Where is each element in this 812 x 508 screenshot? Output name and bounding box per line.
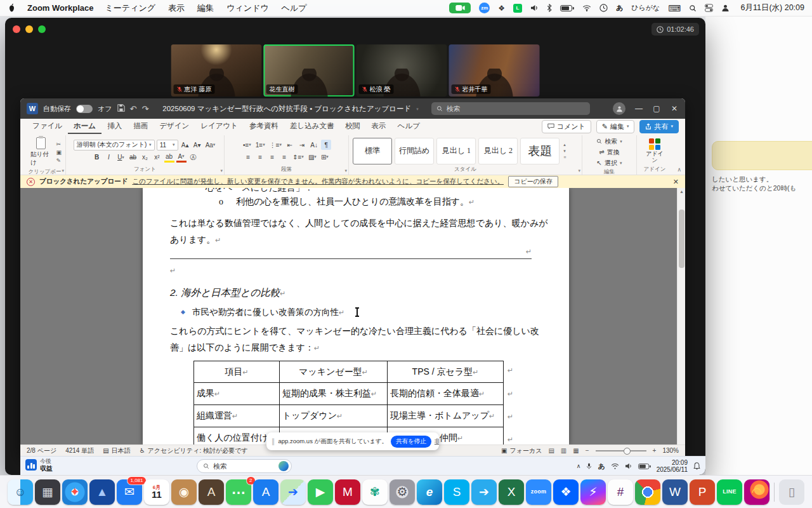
dock-dropbox[interactable]: ❖ — [553, 479, 579, 505]
ribbon-tab[interactable]: 挿入 — [102, 119, 128, 134]
dock-maps[interactable]: ➔ — [280, 479, 306, 505]
ime-indicator[interactable]: あ — [598, 462, 605, 471]
menu-item[interactable]: 表示 — [168, 3, 185, 14]
strikethrough-button[interactable]: ab — [128, 152, 138, 163]
font-name-select[interactable]: 游明朝 (本文のフォント)▾ — [74, 140, 155, 150]
active-app-name[interactable]: Zoom Workplace — [27, 3, 94, 13]
title-chevron-icon[interactable]: ▾ — [416, 107, 419, 111]
ribbon-tab[interactable]: 参考資料 — [244, 119, 284, 134]
italic-button[interactable]: I — [104, 152, 114, 163]
borders-button[interactable]: ⊞▾ — [320, 152, 330, 162]
ribbon-tab[interactable]: ファイル — [27, 119, 68, 134]
style-gallery-item[interactable]: 表題 — [520, 138, 560, 164]
dialog-launcher-icon[interactable]: ▾ — [220, 168, 223, 173]
bullets-button[interactable]: •≡▾ — [242, 140, 252, 150]
keyboard-icon[interactable]: ⌨ — [668, 4, 681, 13]
participant-video[interactable]: 恵洋 藤原 — [171, 44, 262, 97]
clear-format-button[interactable]: Ⓐ — [188, 152, 199, 163]
dock-finder[interactable]: ☺ — [8, 479, 33, 505]
table-cell[interactable]: トップダウン↵ — [280, 405, 388, 427]
bluetooth-icon[interactable] — [547, 4, 552, 12]
change-case-button[interactable]: Aa▾ — [204, 140, 217, 150]
multilevel-list-button[interactable]: ⋮≡▾ — [268, 140, 283, 150]
dock-mcafee[interactable]: M — [335, 479, 360, 505]
ribbon-tab[interactable]: 校閲 — [340, 119, 366, 134]
redo-icon[interactable]: ↷ — [141, 105, 148, 113]
ribbon-tab[interactable]: 差し込み文書 — [284, 119, 340, 134]
ime-input-icon[interactable]: あ — [616, 3, 623, 13]
scrollbar-thumb[interactable] — [679, 210, 684, 268]
find-button[interactable]: 検索▾ — [596, 137, 622, 146]
dock-safari[interactable]: ✦ — [62, 479, 88, 505]
sort-button[interactable]: A↓ — [309, 140, 319, 150]
dock-app-store[interactable]: A — [253, 479, 278, 505]
accessibility-status[interactable]: ♿ アクセシビリティ: 検討が必要です — [140, 446, 248, 455]
scroll-up-icon[interactable]: ▲ — [678, 189, 685, 194]
format-painter-icon[interactable]: ✎ — [56, 157, 62, 164]
dock-telegram[interactable]: ➔ — [471, 479, 497, 505]
page-indicator[interactable]: 2/8 ページ — [27, 446, 56, 455]
dialog-launcher-icon[interactable]: ▾ — [578, 168, 580, 173]
line-spacing-button[interactable]: ⇕≡▾ — [291, 152, 305, 162]
drag-handle-icon[interactable]: ∥ — [272, 438, 275, 446]
autosave-toggle[interactable] — [76, 105, 93, 113]
table-cell[interactable]: 成果↵ — [194, 383, 280, 405]
increase-indent-button[interactable]: ⇥ — [297, 140, 307, 150]
table-header-cell[interactable]: マッキンゼー型↵ — [280, 361, 388, 383]
clock-icon[interactable] — [599, 4, 608, 12]
volume-icon[interactable] — [625, 463, 632, 469]
dock-word[interactable]: W — [662, 479, 688, 505]
dock-preview[interactable]: ▲ — [89, 479, 115, 505]
style-gallery-item[interactable]: 見出し 1 — [436, 138, 476, 164]
word-search-box[interactable]: 検索 — [431, 102, 590, 115]
style-gallery-item[interactable]: 見出し 2 — [478, 138, 518, 164]
zoom-out-icon[interactable]: − — [586, 447, 589, 454]
decrease-indent-button[interactable]: ⇤ — [285, 140, 295, 150]
dropbox-icon[interactable]: ❖ — [498, 4, 505, 12]
dock-trash[interactable]: ▯ — [779, 479, 804, 505]
dock-mail[interactable]: ✉ 1,081 — [117, 479, 142, 505]
hide-notification-link[interactable]: 非表示 — [435, 438, 439, 446]
cut-icon[interactable]: ✂ — [56, 141, 62, 147]
dock-line[interactable]: LINE — [717, 479, 742, 505]
participant-video[interactable]: 岩井千華 — [449, 44, 540, 97]
highlight-color-button[interactable]: ab — [164, 152, 174, 163]
wifi-icon[interactable] — [611, 463, 619, 469]
dock-settings[interactable]: ⚙ — [390, 479, 415, 505]
superscript-button[interactable]: x² — [152, 152, 162, 163]
dock-facetime[interactable]: ▶ — [308, 479, 333, 505]
font-color-button[interactable]: A▾ — [176, 152, 187, 163]
justify-button[interactable]: ≡ — [279, 152, 289, 162]
mic-icon[interactable] — [586, 462, 592, 470]
taskbar-clock[interactable]: 20:09 2025/06/11 — [657, 459, 688, 474]
table-cell[interactable]: 組織運営↵ — [194, 405, 280, 427]
comments-button[interactable]: コメント — [542, 120, 591, 133]
dock-excel[interactable]: X — [499, 479, 524, 505]
web-layout-icon[interactable]: ▦ — [573, 447, 579, 454]
window-maximize-button[interactable]: ▢ — [652, 104, 661, 113]
ribbon-tab[interactable]: 表示 — [366, 119, 392, 134]
table-cell[interactable]: 長期的信頼・全体最適↵ — [388, 383, 504, 405]
dock-zoom[interactable]: zoom — [526, 479, 551, 505]
table-cell[interactable]: 短期的成果・株主利益↵ — [280, 383, 388, 405]
dialog-launcher-icon[interactable]: ▾ — [344, 168, 347, 173]
spotlight-icon[interactable] — [689, 4, 697, 12]
zoom-button[interactable] — [38, 25, 46, 33]
underline-button[interactable]: U▾ — [116, 152, 126, 163]
zoom-in-icon[interactable]: + — [653, 447, 657, 454]
numbering-button[interactable]: 1≡▾ — [254, 140, 266, 150]
zoom-level[interactable]: 130% — [662, 447, 679, 454]
window-minimize-button[interactable]: — — [634, 104, 643, 113]
paste-button[interactable]: 貼り付け — [28, 137, 53, 168]
apple-logo-icon[interactable] — [8, 3, 16, 13]
language-indicator[interactable]: ▤ 日本語 — [103, 446, 130, 455]
user-icon[interactable] — [721, 4, 730, 12]
formatting-marks-button[interactable]: ¶ — [321, 140, 331, 150]
menu-item[interactable]: ウィンドウ — [226, 3, 269, 14]
battery-icon[interactable] — [638, 464, 651, 469]
document-page[interactable]: 「心をベースにした経営」： o 利他の心を重視し、社員一人ひとりの意識改革を目指… — [143, 188, 569, 444]
share-button[interactable]: 共有 ▾ — [639, 120, 679, 133]
minimize-button[interactable] — [25, 25, 33, 33]
tray-overflow-icon[interactable]: ∧ — [577, 463, 581, 469]
menubar-clock[interactable]: 6月11日(水) 20:09 — [740, 3, 804, 13]
